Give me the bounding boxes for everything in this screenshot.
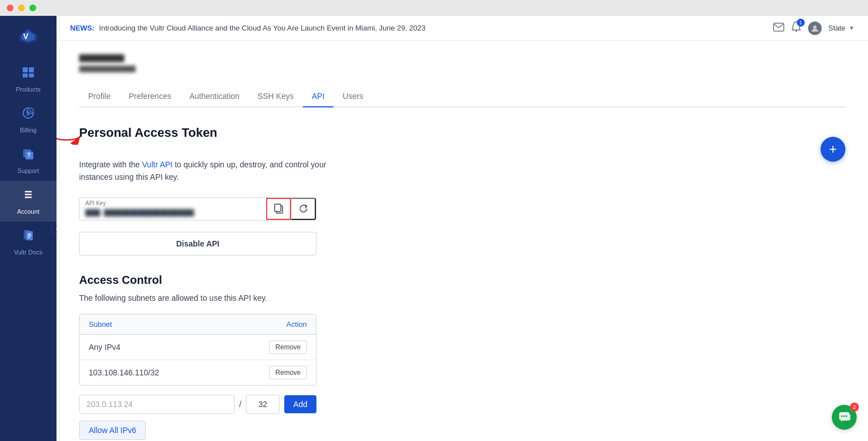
maximize-button[interactable] [29, 5, 36, 11]
subnet-input[interactable] [79, 395, 235, 414]
svg-point-24 [813, 25, 817, 29]
sidebar-item-support-label: Support [18, 167, 40, 174]
sidebar-item-support[interactable]: ? Support [0, 140, 57, 181]
add-subnet-row: / Add [79, 395, 316, 414]
remove-any-ipv4-button[interactable]: Remove [269, 340, 307, 354]
allow-all-ipv6-button[interactable]: Allow All IPv6 [79, 421, 146, 440]
svg-point-30 [844, 416, 845, 417]
svg-rect-22 [774, 23, 784, 31]
tab-profile[interactable]: Profile [79, 86, 120, 107]
svg-point-29 [841, 416, 843, 417]
docs-icon [21, 228, 35, 245]
remove-subnet-2-button[interactable]: Remove [269, 366, 307, 379]
api-key-value: ████ ████████████████████████ [80, 198, 266, 220]
support-icon: ? [21, 147, 35, 164]
user-name: State [828, 24, 845, 32]
window-chrome [0, 0, 868, 16]
table-row: 103.108.146.110/32 Remove [80, 360, 316, 385]
svg-point-23 [795, 31, 797, 32]
svg-rect-3 [23, 67, 28, 72]
subnet-slash: / [239, 400, 241, 409]
svg-rect-5 [23, 74, 28, 77]
minimize-button[interactable] [18, 5, 25, 11]
svg-rect-6 [29, 74, 34, 77]
topbar-actions: 1 State ▼ [773, 21, 854, 35]
sidebar-item-products-label: Products [16, 86, 40, 93]
account-name-blur [79, 54, 124, 62]
fab-add-button[interactable]: + [821, 137, 845, 162]
page-title: Personal Access Token [79, 126, 218, 140]
mail-icon[interactable] [773, 23, 784, 34]
description: Integrate with the Vultr API to quickly … [79, 158, 362, 184]
news-text: Introducing the Vultr Cloud Alliance and… [99, 24, 426, 32]
sidebar-item-vultr-docs-label: Vultr Docs [14, 249, 42, 256]
sidebar: V Products $ $ [0, 16, 57, 441]
api-key-section: API Key ████ ████████████████████████ [79, 197, 316, 220]
copy-api-key-button[interactable] [266, 198, 291, 220]
svg-rect-4 [29, 67, 34, 72]
billing-icon: $ $ [21, 106, 35, 123]
action-header: Action [287, 320, 307, 328]
topbar: NEWS: Introducing the Vultr Cloud Allian… [57, 16, 868, 41]
table-row: Any IPv4 Remove [80, 335, 316, 360]
account-sub-blur [79, 66, 136, 72]
news-banner: NEWS: Introducing the Vultr Cloud Allian… [70, 24, 426, 32]
access-control-description: The following subnets are allowed to use… [79, 293, 845, 302]
sidebar-item-billing[interactable]: $ $ Billing [0, 100, 57, 140]
subnet-value-1: Any IPv4 [89, 343, 120, 352]
sidebar-item-account[interactable]: Account [0, 181, 57, 222]
sidebar-item-vultr-docs[interactable]: Vultr Docs [0, 222, 57, 262]
disable-api-button[interactable]: Disable API [79, 232, 316, 256]
close-button[interactable] [7, 5, 14, 11]
vultr-logo[interactable]: V [17, 25, 40, 47]
notification-badge: 1 [797, 19, 805, 27]
svg-text:V: V [23, 32, 29, 41]
tab-ssh-keys[interactable]: SSH Keys [249, 86, 303, 107]
regenerate-api-key-button[interactable] [291, 198, 316, 220]
svg-text:?: ? [27, 152, 31, 158]
chat-badge: 2 [850, 403, 859, 412]
user-menu[interactable]: State ▼ [828, 24, 854, 32]
products-icon [21, 66, 35, 83]
subnet-value-2: 103.108.146.110/32 [89, 368, 159, 377]
api-key-wrapper: API Key ████ ████████████████████████ [79, 197, 316, 220]
svg-text:$: $ [29, 109, 32, 114]
notifications-icon[interactable]: 1 [791, 21, 801, 35]
table-header: Subnet Action [80, 314, 316, 335]
sidebar-item-billing-label: Billing [20, 127, 36, 133]
tab-preferences[interactable]: Preferences [120, 86, 180, 107]
chevron-down-icon: ▼ [849, 25, 854, 31]
svg-point-31 [846, 416, 848, 417]
access-control-title: Access Control [79, 274, 845, 287]
news-label: NEWS: [70, 24, 94, 32]
api-key-actions [266, 198, 316, 220]
account-icon [21, 188, 35, 205]
subnet-header: Subnet [89, 320, 112, 328]
tab-api[interactable]: API [303, 86, 334, 107]
tab-authentication[interactable]: Authentication [180, 86, 249, 107]
add-subnet-button[interactable]: Add [284, 395, 316, 413]
account-tabs: Profile Preferences Authentication SSH K… [79, 86, 845, 107]
cidr-input[interactable] [246, 395, 280, 414]
tab-users[interactable]: Users [333, 86, 372, 107]
vultr-api-link[interactable]: Vultr API [142, 160, 172, 169]
api-key-inner: API Key ████ ████████████████████████ [80, 198, 266, 220]
chat-widget[interactable]: 2 [832, 405, 857, 430]
avatar [808, 21, 822, 35]
sidebar-item-account-label: Account [17, 208, 40, 215]
sidebar-item-products[interactable]: Products [0, 59, 57, 100]
account-header [79, 54, 845, 72]
description-prefix: Integrate with the [79, 160, 142, 169]
access-control-table: Subnet Action Any IPv4 Remove 103.108.14… [79, 314, 316, 386]
svg-rect-27 [275, 204, 281, 211]
main-content: Profile Preferences Authentication SSH K… [57, 41, 868, 441]
